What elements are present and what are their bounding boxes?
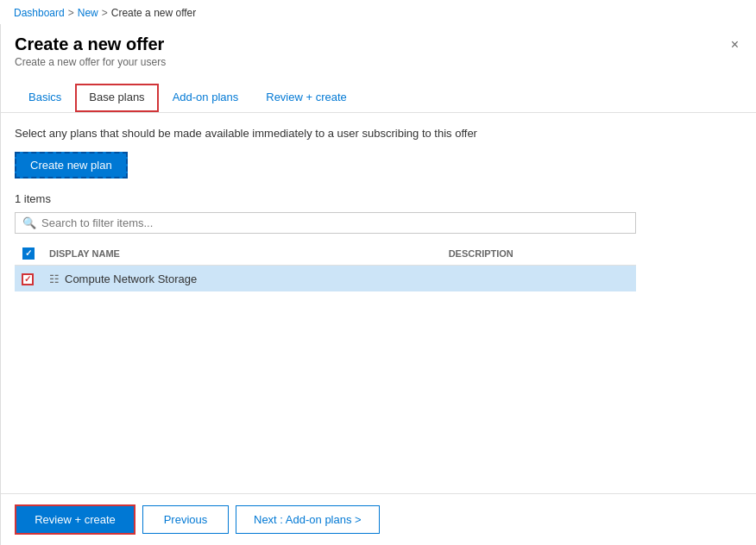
panel-footer: Review + create Previous Next : Add-on p…: [1, 493, 756, 545]
search-input[interactable]: [41, 216, 628, 229]
table-header-display-name: DISPLAY NAME: [42, 242, 442, 266]
close-button[interactable]: ×: [728, 34, 742, 55]
previous-button[interactable]: Previous: [142, 505, 229, 534]
description-text: Select any plans that should be made ava…: [15, 127, 742, 140]
tabs-container: Basics Base plans Add-on plans Review + …: [15, 84, 742, 112]
row-display-name: Compute Network Storage: [65, 272, 197, 285]
tab-basics[interactable]: Basics: [15, 84, 75, 112]
breadcrumb-item-current: Create a new offer: [111, 7, 197, 19]
table-header-row: DISPLAY NAME DESCRIPTION: [15, 242, 636, 266]
search-box: 🔍: [15, 212, 636, 234]
review-create-button[interactable]: Review + create: [15, 504, 135, 535]
breadcrumb-item-dashboard[interactable]: Dashboard: [14, 7, 65, 19]
breadcrumb-item-new[interactable]: New: [78, 7, 98, 19]
header-checkbox[interactable]: [22, 247, 35, 260]
row-name-cell: ☷ Compute Network Storage: [42, 266, 442, 292]
table-row: ☷ Compute Network Storage: [15, 266, 636, 292]
row-icon: ☷: [49, 272, 60, 285]
panel-content: Select any plans that should be made ava…: [1, 113, 756, 493]
row-description-cell: [442, 266, 636, 292]
breadcrumb-sep-2: >: [102, 7, 108, 19]
panel-title: Create a new offer: [15, 34, 166, 54]
row-checkbox-cell: [15, 266, 42, 292]
tab-review-create[interactable]: Review + create: [252, 84, 361, 112]
tab-base-plans[interactable]: Base plans: [75, 84, 158, 112]
search-icon: 🔍: [22, 216, 36, 229]
table-header-checkbox: [15, 242, 42, 266]
items-count: 1 items: [15, 192, 742, 205]
row-checkbox[interactable]: [22, 273, 34, 285]
panel-subtitle: Create a new offer for your users: [15, 56, 166, 68]
table-header-description: DESCRIPTION: [442, 242, 636, 266]
plan-table: DISPLAY NAME DESCRIPTION ☷ Compute Netwo…: [15, 242, 636, 291]
create-offer-panel: Create a new offer Create a new offer fo…: [0, 24, 756, 545]
panel-header: Create a new offer Create a new offer fo…: [1, 24, 756, 113]
breadcrumb-sep-1: >: [68, 7, 74, 19]
breadcrumb: Dashboard > New > Create a new offer: [0, 0, 756, 24]
create-new-plan-button[interactable]: Create new plan: [15, 152, 128, 179]
tab-addon-plans[interactable]: Add-on plans: [159, 84, 253, 112]
next-button[interactable]: Next : Add-on plans >: [236, 505, 380, 534]
